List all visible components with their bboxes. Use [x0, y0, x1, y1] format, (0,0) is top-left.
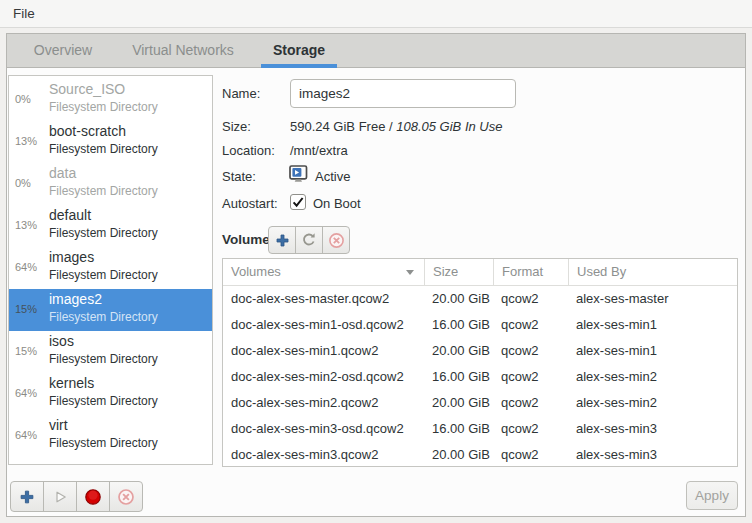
- volume-size-cell: 20.00 GiB: [424, 338, 493, 364]
- pool-name: boot-scratch: [49, 123, 126, 139]
- pool-item-default[interactable]: 13% default Filesystem Directory: [9, 205, 212, 247]
- size-free-text: 590.24 GiB Free /: [290, 119, 396, 134]
- name-label: Name:: [222, 86, 260, 101]
- volume-format-cell: qcow2: [493, 364, 568, 390]
- volume-size-cell: 20.00 GiB: [424, 442, 493, 467]
- volume-format-cell: qcow2: [493, 416, 568, 442]
- autostart-value: On Boot: [313, 196, 361, 211]
- pool-type: Filesystem Directory: [49, 310, 158, 324]
- pool-type: Filesystem Directory: [49, 226, 158, 240]
- column-header-used-by[interactable]: Used By: [568, 259, 737, 285]
- column-header-format[interactable]: Format: [493, 259, 568, 285]
- column-header-size[interactable]: Size: [424, 259, 493, 285]
- pool-item-virt[interactable]: 64% virt Filesystem Directory: [9, 415, 212, 457]
- apply-button[interactable]: Apply: [686, 481, 738, 510]
- volume-format-cell: qcow2: [493, 442, 568, 467]
- pool-name-input[interactable]: [290, 79, 516, 108]
- autostart-checkbox[interactable]: [290, 194, 306, 210]
- table-row[interactable]: doc-alex-ses-min2-osd.qcow2 16.00 GiB qc…: [223, 364, 737, 390]
- pool-usage-percent: 15%: [15, 303, 49, 315]
- delete-icon: [328, 232, 345, 249]
- add-pool-button[interactable]: [10, 481, 44, 512]
- table-row[interactable]: doc-alex-ses-min1-osd.qcow2 16.00 GiB qc…: [223, 312, 737, 338]
- pool-name: data: [49, 165, 76, 181]
- pool-usage-percent: 13%: [15, 135, 49, 147]
- column-header-label: Volumes: [231, 264, 281, 279]
- volume-used-by-cell: alex-ses-min2: [568, 364, 737, 390]
- pool-type: Filesystem Directory: [49, 184, 158, 198]
- tab-overview[interactable]: Overview: [21, 34, 105, 68]
- volume-name-cell: doc-alex-ses-min3-osd.qcow2: [223, 416, 424, 442]
- volume-name-cell: doc-alex-ses-min1.qcow2: [223, 338, 424, 364]
- pool-name: default: [49, 207, 91, 223]
- volume-format-cell: qcow2: [493, 338, 568, 364]
- volume-name-cell: doc-alex-ses-min1-osd.qcow2: [223, 312, 424, 338]
- pool-usage-percent: 64%: [15, 387, 49, 399]
- tab-strip: Overview Virtual Networks Storage: [7, 34, 745, 68]
- state-label: State:: [222, 169, 256, 184]
- volume-format-cell: qcow2: [493, 286, 568, 312]
- pool-type: Filesystem Directory: [49, 268, 158, 282]
- pool-name: images: [49, 249, 94, 265]
- pool-item-source-iso[interactable]: 0% Source_ISO Filesystem Directory: [9, 79, 212, 121]
- volume-used-by-cell: alex-ses-min1: [568, 312, 737, 338]
- pool-item-kernels[interactable]: 64% kernels Filesystem Directory: [9, 373, 212, 415]
- volume-format-cell: qcow2: [493, 312, 568, 338]
- size-used-text: 108.05 GiB In Use: [396, 119, 502, 134]
- tab-virtual-networks[interactable]: Virtual Networks: [115, 34, 251, 68]
- volume-size-cell: 16.00 GiB: [424, 416, 493, 442]
- state-value: Active: [315, 169, 350, 184]
- pool-item-images[interactable]: 64% images Filesystem Directory: [9, 247, 212, 289]
- menubar: File: [0, 0, 752, 28]
- pool-name: virt: [49, 417, 68, 433]
- volume-used-by-cell: alex-ses-master: [568, 286, 737, 312]
- monitor-play-icon: [289, 165, 310, 184]
- pool-usage-percent: 13%: [15, 219, 49, 231]
- start-pool-button[interactable]: [43, 481, 77, 512]
- delete-pool-button[interactable]: [109, 481, 143, 512]
- table-row[interactable]: doc-alex-ses-min2.qcow2 20.00 GiB qcow2 …: [223, 390, 737, 416]
- pool-usage-percent: 0%: [15, 93, 49, 105]
- refresh-volumes-button[interactable]: [295, 226, 323, 254]
- volume-format-cell: qcow2: [493, 390, 568, 416]
- volumes-table-header: Volumes Size Format Used By: [223, 259, 737, 286]
- volumes-toolbar: [268, 226, 350, 254]
- stop-pool-button[interactable]: [76, 481, 110, 512]
- autostart-label: Autostart:: [222, 196, 278, 211]
- pool-name: Source_ISO: [49, 81, 125, 97]
- play-icon: [52, 489, 68, 505]
- table-row[interactable]: doc-alex-ses-min1.qcow2 20.00 GiB qcow2 …: [223, 338, 737, 364]
- pool-type: Filesystem Directory: [49, 436, 158, 450]
- pool-item-data[interactable]: 0% data Filesystem Directory: [9, 163, 212, 205]
- sort-descending-icon: [406, 270, 414, 275]
- table-row[interactable]: doc-alex-ses-master.qcow2 20.00 GiB qcow…: [223, 286, 737, 312]
- pool-name: isos: [49, 333, 74, 349]
- pool-toolbar: [10, 481, 143, 512]
- table-row[interactable]: doc-alex-ses-min3.qcow2 20.00 GiB qcow2 …: [223, 442, 737, 467]
- pool-usage-percent: 64%: [15, 429, 49, 441]
- file-menu[interactable]: File: [4, 0, 44, 27]
- volume-name-cell: doc-alex-ses-min3.qcow2: [223, 442, 424, 467]
- tab-storage[interactable]: Storage: [261, 34, 337, 68]
- volumes-table: Volumes Size Format Used By doc-alex-ses…: [222, 258, 738, 467]
- pool-item-images2[interactable]: 15% images2 Filesystem Directory: [9, 289, 212, 331]
- pool-type: Filesystem Directory: [49, 352, 158, 366]
- column-header-volumes[interactable]: Volumes: [223, 259, 424, 285]
- add-volume-button[interactable]: [268, 226, 296, 254]
- volume-name-cell: doc-alex-ses-min2.qcow2: [223, 390, 424, 416]
- table-row[interactable]: doc-alex-ses-min3-osd.qcow2 16.00 GiB qc…: [223, 416, 737, 442]
- volume-name-cell: doc-alex-ses-master.qcow2: [223, 286, 424, 312]
- pool-item-boot-scratch[interactable]: 13% boot-scratch Filesystem Directory: [9, 121, 212, 163]
- plus-icon: [275, 233, 290, 248]
- volume-size-cell: 20.00 GiB: [424, 286, 493, 312]
- location-value: /mnt/extra: [290, 143, 348, 158]
- pool-item-isos[interactable]: 15% isos Filesystem Directory: [9, 331, 212, 373]
- pool-usage-percent: 0%: [15, 177, 49, 189]
- delete-icon: [117, 488, 135, 506]
- pool-name: images2: [49, 291, 102, 307]
- delete-volume-button[interactable]: [322, 226, 350, 254]
- refresh-icon: [301, 232, 317, 248]
- pool-type: Filesystem Directory: [49, 100, 158, 114]
- pool-name: kernels: [49, 375, 94, 391]
- location-label: Location:: [222, 143, 275, 158]
